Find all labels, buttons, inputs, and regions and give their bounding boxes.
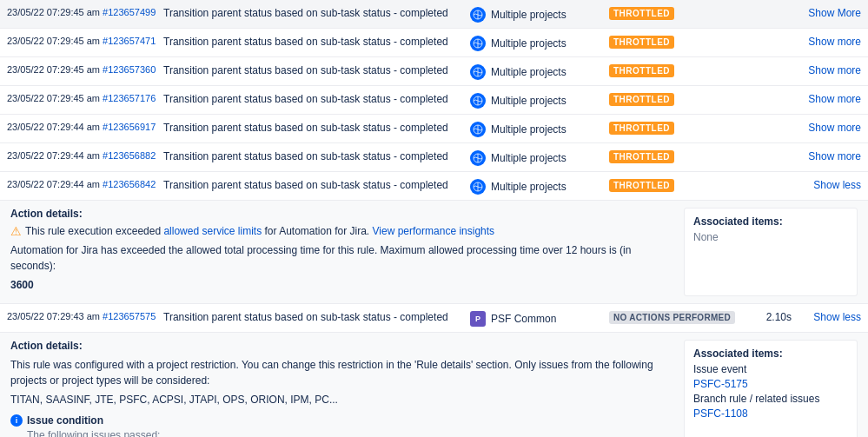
table-row-psf-1: 23/05/22 07:29:43 am #123657575 Transiti… [0, 304, 868, 333]
show-more-action[interactable]: Show more [792, 34, 861, 48]
condition-sub-1: The following issues passed: [27, 429, 673, 437]
run-id-link[interactable]: #123657471 [103, 36, 156, 46]
status-badge: THROTTLED [609, 91, 748, 106]
globe-icon [470, 93, 486, 109]
issue-event-label: Issue event [693, 363, 848, 375]
action-details-title: Action details: [10, 208, 673, 220]
time: 2.10s [748, 309, 792, 323]
project: Multiple projects [470, 177, 609, 195]
time [748, 120, 792, 122]
perf-insights-link[interactable]: View performance insights [373, 225, 495, 237]
timestamp: 23/05/22 07:29:45 am #123657471 [7, 34, 163, 46]
timestamp: 23/05/22 07:29:44 am #123656882 [7, 149, 163, 161]
timestamp: 23/05/22 07:29:45 am #123657360 [7, 63, 163, 75]
timestamp: 23/05/22 07:29:44 am #123656917 [7, 120, 163, 132]
globe-icon [470, 36, 486, 51]
timestamp: 23/05/22 07:29:43 am #123657575 [7, 309, 163, 321]
detail-left: Action details: ⚠ This rule execution ex… [10, 208, 673, 296]
table-row: 23/05/22 07:29:45 am #123657499 Transiti… [0, 0, 868, 29]
project: Multiple projects [470, 91, 609, 109]
associated-title: Associated items: [693, 215, 848, 228]
table-row: 23/05/22 07:29:44 am #123656882 Transiti… [0, 143, 868, 172]
status-badge: THROTTLED [609, 177, 748, 192]
show-more-action[interactable]: Show more [792, 149, 861, 162]
project: Multiple projects [470, 149, 609, 166]
warning-text: ⚠ This rule execution exceeded allowed s… [10, 225, 673, 237]
detail-left-2: Action details: This rule was configured… [10, 340, 673, 437]
project-icon [470, 7, 486, 23]
globe-icon [470, 179, 486, 195]
timestamp: 23/05/22 07:29:45 am #123657176 [7, 91, 163, 103]
detail-row-1: Action details: ⚠ This rule execution ex… [0, 201, 868, 304]
psfc-1108-link[interactable]: PSFC-1108 [693, 407, 848, 420]
table-row: 23/05/22 07:29:44 am #123656842 Transiti… [0, 172, 868, 201]
branch-rule-label: Branch rule / related issues [693, 393, 848, 405]
psf-icon: P [470, 311, 486, 327]
show-less-action[interactable]: Show less [792, 309, 861, 323]
status-badge: THROTTLED [609, 5, 748, 20]
time [748, 63, 792, 64]
globe-icon [470, 150, 486, 166]
project: Multiple projects [470, 120, 609, 137]
status-badge: THROTTLED [609, 34, 748, 49]
detail-row-2: Action details: This rule was configured… [0, 333, 868, 437]
warning-icon: ⚠ [10, 225, 22, 237]
condition-1: i Issue condition The following issues p… [10, 414, 673, 437]
projects-list: TITAN, SAASINF, JTE, PSFC, ACPSI, JTAPI,… [10, 392, 673, 407]
action-details-title-2: Action details: [10, 340, 673, 352]
body-text-2: This rule was configured with a project … [10, 357, 673, 388]
status-badge: THROTTLED [609, 149, 748, 163]
timestamp: 23/05/22 07:29:45 am #123657499 [7, 5, 163, 17]
run-id-link[interactable]: #123656882 [103, 150, 156, 161]
globe-icon [470, 64, 486, 80]
description: Transition parent status based on sub-ta… [163, 63, 470, 76]
status-badge: NO ACTIONS PERFORMED [609, 309, 748, 324]
show-more-action[interactable]: Show More [792, 5, 861, 19]
time [748, 91, 792, 93]
run-id-link[interactable]: #123657499 [103, 7, 156, 17]
project: Multiple projects [470, 63, 609, 80]
time [748, 5, 792, 7]
associated-title-2: Associated items: [693, 348, 848, 360]
description: Transition parent status based on sub-ta… [163, 120, 470, 134]
associated-none: None [693, 231, 848, 243]
description: Transition parent status based on sub-ta… [163, 91, 470, 105]
run-id-link[interactable]: #123657575 [103, 311, 156, 321]
table-row: 23/05/22 07:29:45 am #123657360 Transiti… [0, 57, 868, 86]
globe-icon [470, 122, 486, 137]
show-more-action[interactable]: Show more [792, 120, 861, 134]
run-id-link[interactable]: #123657360 [103, 64, 156, 75]
timestamp: 23/05/22 07:29:44 am #123656842 [7, 177, 163, 189]
detail-content-2: Action details: This rule was configured… [0, 333, 868, 437]
info-icon: i [10, 414, 23, 427]
table-row: 23/05/22 07:29:44 am #123656917 Transiti… [0, 115, 868, 143]
detail-content: Action details: ⚠ This rule execution ex… [0, 201, 868, 303]
description: Transition parent status based on sub-ta… [163, 5, 470, 19]
time [748, 149, 792, 150]
table-row: 23/05/22 07:29:45 am #123657176 Transiti… [0, 86, 868, 115]
table-row: 23/05/22 07:29:45 am #123657471 Transiti… [0, 29, 868, 57]
run-id-link[interactable]: #123656917 [103, 122, 156, 132]
condition-header-1: i Issue condition [10, 414, 673, 427]
show-more-action[interactable]: Show more [792, 63, 861, 76]
description: Transition parent status based on sub-ta… [163, 34, 470, 48]
time [748, 177, 792, 179]
time [748, 34, 792, 36]
associated-items-panel: Associated items: None [684, 208, 858, 296]
project: Multiple projects [470, 34, 609, 51]
show-less-action[interactable]: Show less [792, 177, 861, 191]
associated-items-panel-2: Associated items: Issue event PSFC-5175 … [684, 340, 858, 437]
psfc-5175-link[interactable]: PSFC-5175 [693, 378, 848, 390]
project: P PSF Common [470, 309, 609, 327]
allowed-limits-link[interactable]: allowed service limits [163, 225, 262, 237]
body-text: Automation for Jira has exceeded the all… [10, 242, 673, 274]
status-badge: THROTTLED [609, 120, 748, 135]
project: Multiple projects [470, 5, 609, 23]
description: Transition parent status based on sub-ta… [163, 177, 470, 191]
status-badge: THROTTLED [609, 63, 748, 77]
run-id-link[interactable]: #123656842 [103, 179, 156, 189]
audit-log-table: 23/05/22 07:29:45 am #123657499 Transiti… [0, 0, 868, 437]
number-text: 3600 [10, 277, 673, 293]
show-more-action[interactable]: Show more [792, 91, 861, 105]
run-id-link[interactable]: #123657176 [103, 93, 156, 103]
